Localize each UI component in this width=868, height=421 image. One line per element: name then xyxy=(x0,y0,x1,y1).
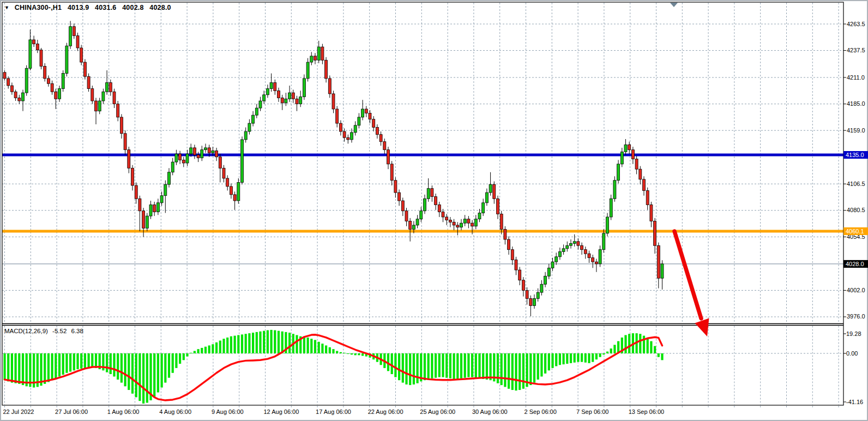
time-axis-label: 4 Aug 06:00 xyxy=(159,408,191,415)
time-axis-label: 25 Aug 06:00 xyxy=(420,408,455,415)
macd-signal-value: 6.38 xyxy=(71,328,83,334)
price-tag: 4135.0 xyxy=(843,151,868,159)
time-axis-label: 22 Aug 06:00 xyxy=(368,408,403,415)
chart-header[interactable]: ▼ CHINA300-,H1 4013.9 4031.6 4002.8 4028… xyxy=(4,4,175,11)
price-tick-label: 4185.0 xyxy=(847,100,868,107)
time-axis-label: 13 Sep 06:00 xyxy=(629,408,664,415)
time-axis-label: 7 Sep 06:00 xyxy=(576,408,608,415)
ohlc-high: 4031.6 xyxy=(95,4,116,11)
time-axis-label: 22 Jul 2022 xyxy=(3,408,34,415)
time-axis-label: 1 Aug 06:00 xyxy=(107,408,140,415)
time-axis-label: 12 Aug 06:00 xyxy=(264,408,299,415)
price-tick-label: 4106.5 xyxy=(847,181,868,187)
trading-chart-window: ▼ CHINA300-,H1 4013.9 4031.6 4002.8 4028… xyxy=(0,0,868,421)
symbol-period-label: CHINA300-,H1 xyxy=(15,4,62,11)
price-tag: 4060.1 xyxy=(843,227,868,235)
ohlc-close: 4028.0 xyxy=(149,4,171,11)
macd-name: MACD(12,26,9) xyxy=(4,328,48,334)
chart-canvas[interactable] xyxy=(0,0,868,421)
time-axis-label: 30 Aug 06:00 xyxy=(472,408,508,415)
macd-value: -5.52 xyxy=(52,328,67,334)
ohlc-low: 4002.8 xyxy=(122,4,143,11)
price-tag: 4028.0 xyxy=(843,260,868,268)
time-axis-label: 27 Jul 06:00 xyxy=(55,408,88,415)
price-tick-label: 4080.5 xyxy=(847,207,868,213)
chart-dropdown-icon[interactable]: ▼ xyxy=(4,5,9,10)
price-tick-label: 4211.0 xyxy=(847,74,868,81)
time-axis-label: 2 Sep 06:00 xyxy=(525,408,557,415)
macd-indicator-label: MACD(12,26,9) -5.52 6.38 xyxy=(4,328,86,334)
macd-tick-label: 0.00 xyxy=(846,350,868,357)
time-axis-label: 17 Aug 06:00 xyxy=(316,408,351,415)
price-tick-label: 4237.5 xyxy=(847,47,868,53)
price-tick-label: 4159.0 xyxy=(847,127,868,134)
time-axis-label: 9 Aug 06:00 xyxy=(212,408,244,415)
price-tick-label: 3976.0 xyxy=(847,313,868,320)
price-tick-label: 4002.0 xyxy=(847,287,868,293)
price-tick-label: 4263.5 xyxy=(847,21,868,27)
macd-tick-label: -41.16 xyxy=(846,399,868,405)
ohlc-open: 4013.9 xyxy=(68,4,89,11)
macd-tick-label: 19.28 xyxy=(846,330,868,337)
